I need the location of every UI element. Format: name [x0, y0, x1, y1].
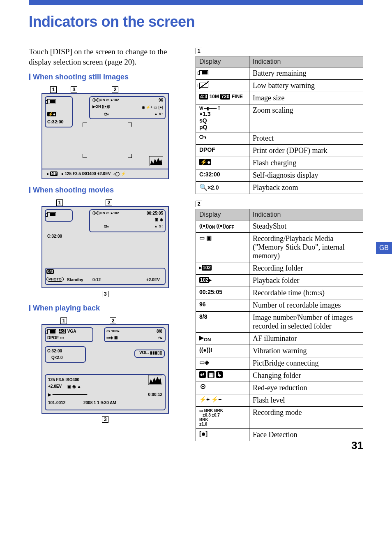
callout-3b: 3: [102, 291, 108, 297]
callout-1: 1: [50, 86, 57, 93]
left-column: Touch [DISP] on the screen to change to …: [29, 47, 182, 447]
display-cell: 🔍×2.0: [196, 182, 249, 194]
indication-cell: Print order (DPOF) mark: [249, 145, 363, 157]
table-row: Red-eye reduction: [196, 382, 363, 394]
indication-cell: Battery remaining: [249, 67, 363, 80]
indication-cell: Image number/Number of images recorded i…: [249, 312, 363, 333]
table-row: ((●))!Vibration warning: [196, 345, 363, 357]
table-row: ↵ ▦ ↳Changing folder: [196, 370, 363, 382]
indication-cell: Red-eye reduction: [249, 382, 363, 394]
indication-cell: AF illuminator: [249, 333, 363, 345]
callout-3c: 3: [102, 416, 108, 423]
lcd-still: ⚡● C:32:00 96 ((●))ON ▭ ▸102 ▶ON ((●))! …: [42, 93, 169, 179]
table-row: ⚡●Flash charging: [196, 157, 363, 169]
right-column: 1 Display Indication Battery remainingLo…: [196, 47, 363, 447]
indication-cell: Flash level: [249, 394, 363, 407]
display-cell: DPOF: [196, 145, 249, 157]
indication-cell: Vibration warning: [249, 345, 363, 357]
table-row: 102▸Playback folder: [196, 275, 363, 287]
table-row: ((●))ON ((●))OFFSteadyShot: [196, 220, 363, 233]
table-row: ▸102Recording folder: [196, 262, 363, 275]
display-cell: 00:25:05: [196, 287, 249, 299]
header-bar: [29, 0, 363, 5]
callout-3a: 3: [71, 86, 77, 93]
callout-2b: 2: [106, 199, 112, 206]
display-cell: 102▸: [196, 275, 249, 287]
table-row: DPOFPrint order (DPOF) mark: [196, 145, 363, 157]
indication-cell: Recordable time (h:m:s): [249, 287, 363, 299]
section-playback-heading: When playing back: [29, 304, 182, 313]
indication-cell: Playback folder: [249, 275, 363, 287]
page-number: 31: [351, 439, 363, 452]
indication-cell: PictBridge connecting: [249, 357, 363, 370]
display-cell: [196, 382, 249, 394]
indication-cell: Recording mode: [249, 407, 363, 429]
table-row: C:32:00Self-diagnosis display: [196, 169, 363, 182]
indication-cell: Protect: [249, 132, 363, 145]
indication-cell: Number of recordable images: [249, 299, 363, 312]
table-row: W ━▮━━━ T×1.3sQpQZoom scaling: [196, 104, 363, 132]
section-movies-heading: When shooting movies: [29, 186, 182, 194]
language-tab: GB: [376, 242, 392, 254]
lcd-still-wrap: 1 3 2 ⚡● C:32:00 96 ((●))ON ▭ ▸102 ▶ON (…: [29, 86, 182, 179]
svg-point-6: [202, 386, 204, 387]
th-display2: Display: [196, 209, 249, 220]
indication-cell: Image size: [249, 92, 363, 104]
lcd-movie-wrap: 1 2 ((●))ON ▭ ▸102 00:25:05 ▣ ◉ ▲ S↕ ◔₀ …: [29, 199, 182, 297]
indication-cell: Low battery warning: [249, 80, 363, 92]
table-row: ▭ ▣Recording/Playback Media ("Memory Sti…: [196, 233, 363, 262]
indication-cell: Recording/Playback Media ("Memory Stick …: [249, 233, 363, 262]
display-cell: C:32:00: [196, 169, 249, 182]
table1-marker: 1: [196, 48, 202, 54]
indication-cell: Flash charging: [249, 157, 363, 169]
display-cell: W ━▮━━━ T×1.3sQpQ: [196, 104, 249, 132]
callout-1b: 1: [56, 199, 63, 206]
lcd-play: 4:3 VGA DPOF ⊶ ▭ 102▸ 8/8 ▭◈ ▦ ↷ C:32:00…: [42, 324, 169, 414]
display-cell: [196, 132, 249, 145]
svg-point-2: [200, 135, 203, 139]
table-row: ⚡+ ⚡−Flash level: [196, 394, 363, 407]
display-cell: ⚡+ ⚡−: [196, 394, 249, 407]
table-row: ▶ONAF illuminator: [196, 333, 363, 345]
display-cell: ⚡●: [196, 157, 249, 169]
indication-cell: Face Detection: [249, 429, 363, 441]
table-row: 8/8Image number/Number of images recorde…: [196, 312, 363, 333]
display-cell: ((●))!: [196, 345, 249, 357]
indication-cell: Changing folder: [249, 370, 363, 382]
svg-rect-4: [205, 137, 206, 139]
display-cell: ▭ ▣: [196, 233, 249, 262]
table-row: ▭ BRK BRK ±0.3 ±0.7BRK±1.0Recording mode: [196, 407, 363, 429]
callout-1c: 1: [60, 317, 67, 324]
histogram-icon: [149, 156, 163, 166]
display-cell: 4:3 10M 720 FINE: [196, 92, 249, 104]
indication-cell: Recording folder: [249, 262, 363, 275]
table-row: 96Number of recordable images: [196, 299, 363, 312]
indication-cell: Self-diagnosis display: [249, 169, 363, 182]
display-cell: ▸102: [196, 262, 249, 275]
display-cell: [196, 67, 249, 80]
table-row: Protect: [196, 132, 363, 145]
histogram-icon-2: [148, 375, 162, 385]
display-cell: [☻]: [196, 429, 249, 441]
table-row: 4:3 10M 720 FINEImage size: [196, 92, 363, 104]
indicator-table-2: Display Indication ((●))ON ((●))OFFStead…: [196, 209, 363, 441]
callout-2c: 2: [110, 317, 116, 324]
th-display: Display: [196, 56, 249, 67]
lcd-play-wrap: 1 2 4:3 VGA DPOF ⊶ ▭ 102▸ 8/8 ▭◈ ▦ ↷ C:3…: [29, 317, 182, 423]
display-cell: ((●))ON ((●))OFF: [196, 220, 249, 233]
display-cell: ▭◈: [196, 357, 249, 370]
table-row: ▭◈PictBridge connecting: [196, 357, 363, 370]
display-cell: ↵ ▦ ↳: [196, 370, 249, 382]
table-row: 🔍×2.0Playback zoom: [196, 182, 363, 194]
table-row: 00:25:05Recordable time (h:m:s): [196, 287, 363, 299]
table2-marker: 2: [196, 201, 202, 207]
th-indication2: Indication: [249, 209, 363, 220]
indication-cell: SteadyShot: [249, 220, 363, 233]
display-cell: [196, 80, 249, 92]
table-row: [☻]Face Detection: [196, 429, 363, 441]
indication-cell: Zoom scaling: [249, 104, 363, 132]
table-row: Low battery warning: [196, 80, 363, 92]
section-still-heading: When shooting still images: [29, 73, 182, 81]
display-cell: 96: [196, 299, 249, 312]
display-cell: ▭ BRK BRK ±0.3 ±0.7BRK±1.0: [196, 407, 249, 429]
